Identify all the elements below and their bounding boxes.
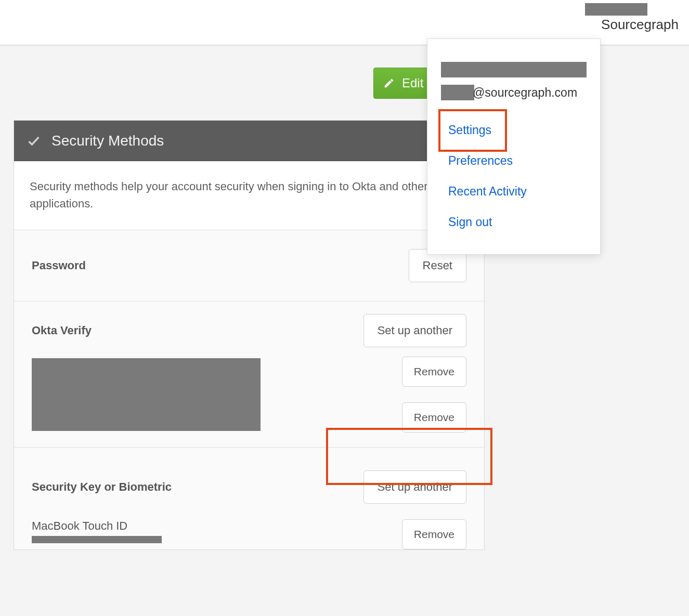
dropdown-email-domain: @sourcegraph.com	[473, 86, 577, 100]
card-header: Security Methods	[14, 121, 484, 161]
okta-verify-remove-1-button[interactable]: Remove	[402, 357, 466, 387]
card-description: Security methods help your account secur…	[14, 161, 484, 230]
dropdown-settings[interactable]: Settings	[427, 115, 600, 146]
security-key-meta-redacted	[32, 536, 162, 543]
dropdown-email-local-redacted	[441, 85, 474, 100]
okta-verify-setup-button[interactable]: Set up another	[363, 314, 466, 347]
avatar-redacted	[585, 3, 647, 16]
method-okta-verify-label: Okta Verify	[32, 324, 92, 337]
card-title: Security Methods	[51, 133, 164, 149]
security-key-device-name: MacBook Touch ID	[32, 519, 162, 533]
dropdown-email: @sourcegraph.com	[441, 85, 587, 100]
okta-verify-remove-2-button[interactable]: Remove	[402, 402, 466, 432]
pencil-icon	[383, 77, 395, 89]
method-security-key-label: Security Key or Biometric	[32, 480, 172, 494]
page-canvas: Edit Profile Security Methods Security m…	[0, 45, 689, 616]
method-okta-verify: Okta Verify Set up another Remove Remove	[14, 302, 484, 448]
method-password-label: Password	[32, 259, 86, 272]
security-key-setup-button[interactable]: Set up another	[363, 470, 466, 504]
security-methods-card: Security Methods Security methods help y…	[14, 120, 485, 550]
method-security-key: Security Key or Biometric Set up another…	[14, 448, 484, 549]
dropdown-sign-out[interactable]: Sign out	[427, 207, 600, 238]
org-name: Sourcegraph	[601, 17, 679, 33]
dropdown-recent-activity[interactable]: Recent Activity	[427, 176, 600, 207]
user-dropdown: @sourcegraph.com Settings Preferences Re…	[427, 38, 601, 255]
security-key-remove-button[interactable]: Remove	[402, 519, 466, 549]
okta-verify-device-redacted	[32, 358, 261, 431]
check-icon	[27, 134, 41, 148]
method-password: Password Reset	[14, 230, 484, 302]
dropdown-preferences[interactable]: Preferences	[427, 146, 600, 176]
dropdown-name-redacted	[441, 62, 587, 77]
